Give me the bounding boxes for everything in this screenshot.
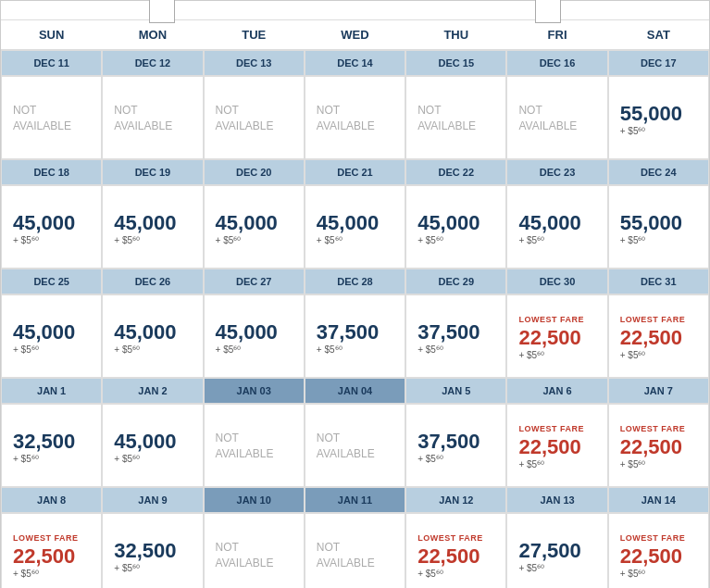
date-header-cell: DEC 30	[506, 269, 607, 294]
fare-tax: + $5⁶⁰	[216, 235, 242, 245]
fare-cell[interactable]: 37,500+ $5⁶⁰	[305, 294, 405, 378]
fare-amount: 22,500	[13, 544, 75, 569]
fare-cell: NOT AVAILABLE	[204, 513, 305, 588]
fare-amount: 22,500	[518, 326, 580, 350]
fare-amount: 45,000	[518, 211, 580, 235]
cell-content: 55,000+ $5⁶⁰	[613, 190, 704, 264]
date-label: JAN 7	[644, 385, 673, 396]
lowest-fare-label: LOWEST FARE	[417, 533, 483, 543]
fare-cell[interactable]: LOWEST FARE22,500+ $5⁶⁰	[506, 404, 607, 487]
date-label: DEC 17	[641, 57, 677, 69]
cell-content: 45,000+ $5⁶⁰	[106, 190, 198, 264]
date-label: DEC 29	[439, 276, 475, 287]
cell-content: LOWEST FARE22,500+ $5⁶⁰	[511, 299, 603, 373]
day-header-mon: MON	[102, 19, 203, 50]
fare-cell: NOT AVAILABLE	[305, 76, 405, 159]
fare-amount: 55,000	[620, 102, 682, 126]
prev-button[interactable]	[149, 0, 175, 23]
fare-amount: 22,500	[518, 435, 580, 459]
cell-content: 45,000+ $5⁶⁰	[6, 299, 97, 373]
fare-cell[interactable]: 45,000+ $5⁶⁰	[102, 404, 203, 487]
date-header-cell: JAN 8	[1, 487, 102, 513]
cell-content: LOWEST FARE22,500+ $5⁶⁰	[613, 299, 704, 373]
fare-tax: + $5⁶⁰	[620, 459, 646, 469]
cell-content: NOT AVAILABLE	[410, 81, 502, 155]
fare-amount: 22,500	[620, 326, 682, 350]
fare-cell[interactable]: 45,000+ $5⁶⁰	[506, 185, 607, 269]
fare-cell[interactable]: 45,000+ $5⁶⁰	[405, 185, 506, 269]
date-header-cell: DEC 16	[506, 50, 607, 76]
fare-cell[interactable]: 27,500+ $5⁶⁰	[506, 513, 607, 588]
fare-cell[interactable]: LOWEST FARE22,500+ $5⁶⁰	[608, 513, 709, 588]
date-label: JAN 04	[338, 385, 372, 396]
fare-cell[interactable]: LOWEST FARE22,500+ $5⁶⁰	[506, 294, 607, 378]
fare-tax: + $5⁶⁰	[13, 454, 39, 464]
date-label: JAN 13	[540, 494, 574, 506]
fare-tax: + $5⁶⁰	[620, 235, 646, 245]
fare-amount: 22,500	[620, 544, 682, 569]
fare-amount: 22,500	[417, 544, 480, 569]
date-header-cell: DEC 20	[204, 159, 305, 185]
date-header-cell: DEC 18	[1, 159, 102, 185]
date-label: JAN 6	[542, 385, 571, 396]
fare-tax: + $5⁶⁰	[13, 344, 39, 355]
fare-amount: 45,000	[13, 211, 75, 235]
next-button[interactable]	[535, 0, 561, 23]
fare-amount: 45,000	[216, 211, 278, 235]
fare-cell[interactable]: 32,500+ $5⁶⁰	[1, 404, 102, 487]
fare-cell[interactable]: 37,500+ $5⁶⁰	[405, 294, 506, 378]
not-available-label: NOT AVAILABLE	[216, 431, 296, 462]
fare-tax: + $5⁶⁰	[317, 235, 343, 245]
fare-cell[interactable]: 55,000+ $5⁶⁰	[608, 76, 709, 159]
cell-content: NOT AVAILABLE	[511, 81, 603, 155]
fare-amount: 55,000	[620, 211, 682, 235]
date-header-cell: JAN 11	[305, 487, 405, 513]
cell-content: NOT AVAILABLE	[106, 81, 198, 155]
fare-cell[interactable]: 45,000+ $5⁶⁰	[204, 185, 305, 269]
fare-cell[interactable]: 45,000+ $5⁶⁰	[1, 185, 102, 269]
cell-content: LOWEST FARE22,500+ $5⁶⁰	[410, 518, 502, 588]
fare-cell[interactable]: 45,000+ $5⁶⁰	[1, 294, 102, 378]
fare-amount: 37,500	[317, 320, 379, 344]
fare-cell: NOT AVAILABLE	[204, 76, 305, 159]
fare-cell[interactable]: 32,500+ $5⁶⁰	[102, 513, 203, 588]
date-header-cell: DEC 21	[305, 159, 405, 185]
cell-content: 45,000+ $5⁶⁰	[208, 299, 300, 373]
date-header-cell: DEC 13	[204, 50, 305, 76]
date-label: DEC 31	[641, 276, 677, 287]
date-label: JAN 10	[237, 494, 271, 506]
fare-cell[interactable]: 45,000+ $5⁶⁰	[102, 294, 203, 378]
fare-cell[interactable]: LOWEST FARE22,500+ $5⁶⁰	[405, 513, 506, 588]
fare-cell[interactable]: LOWEST FARE22,500+ $5⁶⁰	[1, 513, 102, 588]
date-label: DEC 27	[236, 276, 272, 287]
fare-cell: NOT AVAILABLE	[506, 76, 607, 159]
fare-cell[interactable]: LOWEST FARE22,500+ $5⁶⁰	[608, 294, 709, 378]
date-label: DEC 24	[641, 167, 677, 178]
fare-tax: + $5⁶⁰	[114, 344, 140, 355]
not-available-label: NOT AVAILABLE	[13, 103, 93, 134]
fare-cell[interactable]: 45,000+ $5⁶⁰	[204, 294, 305, 378]
not-available-label: NOT AVAILABLE	[518, 103, 599, 134]
date-header-cell: JAN 03	[204, 378, 305, 404]
calendar-container: SUNMONTUEWEDTHUFRISAT DEC 11DEC 12DEC 13…	[0, 0, 710, 588]
cell-content: LOWEST FARE22,500+ $5⁶⁰	[613, 408, 704, 482]
cell-content: NOT AVAILABLE	[309, 408, 401, 482]
fare-amount: 32,500	[13, 430, 75, 454]
fare-tax: + $5⁶⁰	[518, 350, 544, 360]
fare-amount: 27,500	[518, 539, 580, 563]
cell-content: 45,000+ $5⁶⁰	[6, 190, 97, 264]
date-label: DEC 28	[337, 276, 373, 287]
fare-cell[interactable]: 45,000+ $5⁶⁰	[102, 185, 203, 269]
cell-content: NOT AVAILABLE	[309, 518, 401, 588]
date-header-cell: DEC 29	[405, 269, 506, 294]
date-label: DEC 26	[135, 276, 171, 287]
fare-cell[interactable]: 37,500+ $5⁶⁰	[405, 404, 506, 487]
date-label: JAN 1	[37, 385, 66, 396]
fare-cell[interactable]: 55,000+ $5⁶⁰	[608, 185, 709, 269]
fare-cell: NOT AVAILABLE	[305, 404, 405, 487]
fare-cell[interactable]: 45,000+ $5⁶⁰	[305, 185, 405, 269]
fare-amount: 22,500	[620, 435, 682, 459]
cell-content: 55,000+ $5⁶⁰	[613, 81, 704, 155]
fare-tax: + $5⁶⁰	[417, 569, 443, 579]
fare-cell[interactable]: LOWEST FARE22,500+ $5⁶⁰	[608, 404, 709, 487]
